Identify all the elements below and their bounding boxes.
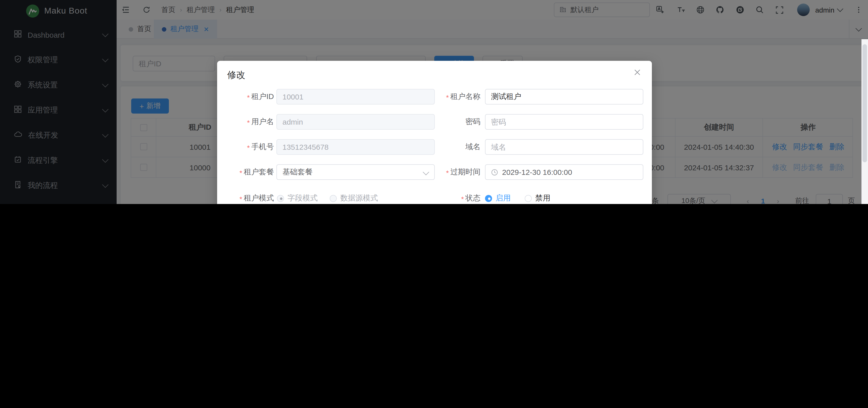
username-label: *用户名: [217, 114, 274, 130]
status-enabled-radio[interactable]: 启用: [485, 190, 510, 204]
username-input[interactable]: [276, 114, 435, 130]
password-label: 密码: [428, 114, 480, 130]
tenant-id-input[interactable]: [276, 89, 435, 104]
tenant-id-label: *租户ID: [217, 89, 274, 104]
status-label: *状态: [428, 190, 480, 204]
mobile-input[interactable]: [276, 139, 435, 155]
scrollbar[interactable]: [862, 39, 868, 204]
tenant-name-label: *租户名称: [428, 89, 480, 104]
edit-dialog: 修改 *租户ID *租户名称 *用户名 密码 *手机号 域名 *租户套餐: [217, 61, 652, 204]
mobile-label: *手机号: [217, 139, 274, 155]
mode-field-radio[interactable]: 字段模式: [277, 190, 318, 204]
scrollbar-thumb[interactable]: [863, 44, 867, 162]
domain-input[interactable]: [485, 139, 643, 155]
radio-icon: [277, 195, 284, 202]
package-select[interactable]: 基础套餐: [276, 164, 435, 180]
radio-icon: [330, 195, 337, 202]
dialog-title: 修改: [227, 69, 245, 81]
radio-icon: [525, 195, 532, 202]
status-disabled-radio[interactable]: 禁用: [525, 190, 550, 204]
package-label: *租户套餐: [217, 164, 274, 180]
clock-icon: [491, 168, 498, 176]
app-root: Maku Boot Dashboard 权限管理 系统设置 应用管理 在线开发 …: [0, 0, 868, 204]
mode-datasource-radio[interactable]: 数据源模式: [330, 190, 378, 204]
close-icon[interactable]: [633, 68, 642, 77]
expire-label: *过期时间: [428, 164, 480, 180]
mode-label: *租户模式: [217, 190, 274, 204]
password-input[interactable]: [485, 114, 643, 130]
expire-date-input[interactable]: 2029-12-30 16:00:00: [485, 164, 643, 180]
domain-label: 域名: [428, 139, 480, 155]
radio-icon: [485, 195, 492, 202]
tenant-name-input[interactable]: [485, 89, 643, 104]
